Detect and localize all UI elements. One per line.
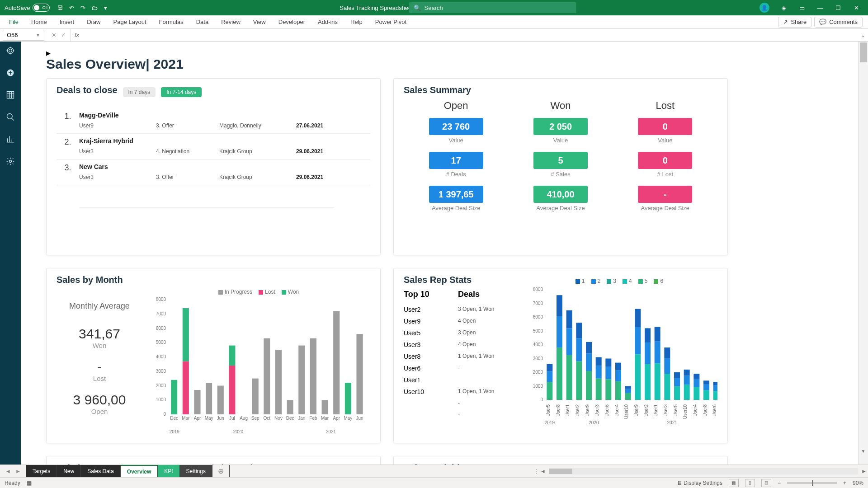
play-button[interactable]: ▶ [46, 50, 844, 56]
scroll-thumb[interactable] [860, 42, 867, 62]
chart-nav-icon[interactable] [6, 135, 15, 145]
sheet-tab-targets[interactable]: Targets [26, 465, 57, 477]
tab-power-pivot[interactable]: Power Pivot [369, 15, 413, 28]
tab-help[interactable]: Help [344, 15, 369, 28]
search-nav-icon[interactable] [6, 113, 15, 123]
sheet-tab-kpi[interactable]: KPI [158, 465, 179, 477]
page-break-view-icon[interactable]: ⊟ [761, 479, 771, 487]
svg-rect-59 [333, 311, 340, 414]
won-value: 2 050 [533, 118, 588, 135]
scroll-left-icon[interactable]: ◄ [539, 468, 547, 474]
tab-page-layout[interactable]: Page Layout [107, 15, 153, 28]
tab-draw[interactable]: Draw [80, 15, 107, 28]
search-input[interactable] [425, 5, 572, 11]
filter-7days[interactable]: In 7 days [123, 87, 156, 97]
svg-text:2019: 2019 [545, 420, 555, 425]
comments-button[interactable]: 💬Comments [814, 17, 863, 28]
svg-rect-129 [674, 386, 680, 400]
legend-4: 4 [629, 278, 632, 284]
diamond-icon[interactable]: ◈ [780, 5, 788, 11]
tab-file[interactable]: File [3, 15, 25, 28]
col-deals: Deals [458, 287, 521, 304]
svg-point-20 [9, 160, 12, 163]
sheet-tab-sales-data[interactable]: Sales Data [81, 465, 121, 477]
ribbon-display-icon[interactable]: ▭ [798, 5, 806, 11]
autosave-toggle[interactable]: Off [33, 4, 50, 12]
won-avg: 410,00 [533, 186, 588, 203]
tab-addins[interactable]: Add-ins [311, 15, 344, 28]
svg-text:User8: User8 [703, 404, 708, 417]
minimize-icon[interactable]: — [816, 5, 824, 11]
display-settings-button[interactable]: 🖥 Display Settings [677, 480, 722, 486]
normal-view-icon[interactable]: ▦ [729, 479, 739, 487]
account-icon[interactable]: 👤 [760, 3, 769, 13]
page-layout-view-icon[interactable]: ▯ [745, 479, 755, 487]
svg-rect-82 [557, 316, 562, 348]
sheet-prev-icon[interactable]: ◄ [5, 468, 11, 474]
chevron-down-icon[interactable]: ▼ [36, 33, 40, 38]
tab-view[interactable]: View [247, 15, 272, 28]
ready-status: Ready [5, 480, 20, 486]
target-icon[interactable] [6, 46, 15, 56]
filter-7-14days[interactable]: In 7-14 days [161, 87, 202, 97]
gear-icon[interactable] [6, 157, 15, 167]
sheet-tab-overview[interactable]: Overview [121, 465, 158, 477]
zoom-slider[interactable] [787, 482, 837, 484]
share-button[interactable]: ↗Share [778, 17, 811, 28]
svg-rect-85 [566, 355, 572, 400]
lost-label: Lost [57, 375, 142, 382]
search-box[interactable]: 🔍 [409, 2, 576, 13]
svg-text:0: 0 [540, 397, 543, 402]
svg-rect-35 [194, 390, 200, 414]
open-icon[interactable]: 🗁 [92, 5, 98, 11]
redo-icon[interactable]: ↷ [80, 5, 85, 11]
rep-deal: - [458, 408, 521, 419]
svg-text:5000: 5000 [533, 328, 543, 333]
tab-review[interactable]: Review [215, 15, 247, 28]
deal-user: User9 [79, 122, 156, 129]
zoom-level[interactable]: 90% [853, 480, 863, 486]
horizontal-scrollbar[interactable]: ⋮ ◄ ► [533, 465, 868, 477]
add-sheet-icon[interactable]: ⊕ [212, 465, 230, 477]
zoom-out-icon[interactable]: − [778, 480, 781, 486]
tab-formulas[interactable]: Formulas [153, 15, 190, 28]
close-icon[interactable]: ✕ [853, 5, 860, 11]
undo-icon[interactable]: ↶ [69, 5, 74, 11]
svg-text:User9: User9 [634, 404, 639, 417]
maximize-icon[interactable]: ☐ [835, 5, 842, 11]
svg-text:3000: 3000 [156, 369, 166, 374]
rep-deal: 4 Open [458, 315, 521, 327]
grid-icon[interactable] [6, 90, 15, 101]
svg-text:User5: User5 [546, 404, 551, 417]
sheet-next-icon[interactable]: ► [15, 468, 21, 474]
qat-dropdown-icon[interactable]: ▾ [104, 5, 107, 11]
svg-rect-89 [576, 361, 582, 400]
tab-developer[interactable]: Developer [272, 15, 311, 28]
scroll-down-icon[interactable]: ▼ [859, 449, 868, 454]
expand-formula-icon[interactable]: ⌄ [858, 32, 868, 38]
save-icon[interactable]: 🖫 [57, 5, 63, 11]
cancel-icon[interactable]: ✕ [52, 32, 57, 38]
deal-company: Maggio, Donnelly [219, 122, 296, 129]
svg-text:6000: 6000 [533, 314, 543, 319]
sheet-tab-settings[interactable]: Settings [180, 465, 212, 477]
tab-home[interactable]: Home [25, 15, 53, 28]
svg-rect-134 [684, 375, 690, 385]
sheet-tab-new[interactable]: New [57, 465, 81, 477]
macro-icon[interactable]: ▦ [27, 480, 32, 486]
tab-insert[interactable]: Insert [53, 15, 81, 28]
formula-input[interactable] [83, 30, 858, 41]
vertical-scrollbar[interactable]: ▲ ▼ [858, 42, 868, 465]
svg-text:Dec: Dec [170, 416, 178, 421]
nav-rail [0, 42, 21, 465]
hscroll-thumb[interactable] [549, 469, 572, 474]
svg-rect-109 [625, 393, 631, 400]
scroll-right-icon[interactable]: ► [860, 468, 868, 474]
add-icon[interactable] [6, 68, 15, 79]
fx-label[interactable]: fx [71, 32, 83, 38]
tab-data[interactable]: Data [190, 15, 215, 28]
accept-icon[interactable]: ✓ [61, 32, 66, 38]
zoom-in-icon[interactable]: + [843, 480, 846, 486]
label-lost: # Lost [613, 171, 717, 178]
name-box[interactable]: O56▼ [3, 30, 44, 41]
